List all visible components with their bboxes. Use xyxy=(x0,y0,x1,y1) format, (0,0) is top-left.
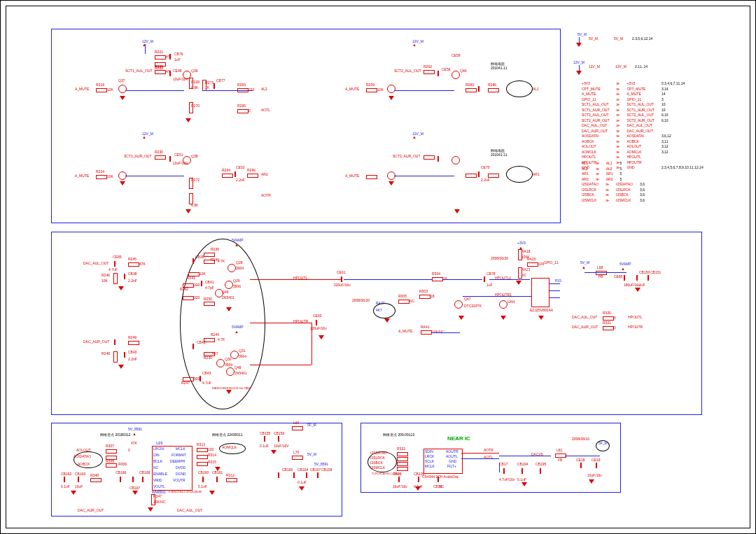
cap-cb40 xyxy=(124,352,125,358)
cap-cb41 xyxy=(201,281,202,286)
gnd-m4 xyxy=(226,390,232,394)
val-ce52: 2.2uF xyxy=(236,178,245,183)
res-r288 xyxy=(488,174,499,178)
res-r304 xyxy=(432,277,443,281)
lbl-r246: R246 xyxy=(102,274,110,278)
cap-ce59 xyxy=(478,86,479,92)
cap-ce48 xyxy=(169,71,171,76)
u-hp-array xyxy=(531,278,550,307)
lbl-cb16: CB16 xyxy=(393,472,402,477)
lbl-ra41: RA41 xyxy=(421,325,430,330)
val-100-bl: 100 xyxy=(208,448,214,452)
pin-lrcin: LRCIN xyxy=(153,447,164,451)
mid-3v3: +3V3 xyxy=(517,241,526,246)
block-top-amps xyxy=(51,29,561,223)
val-18b: 18 xyxy=(430,295,435,299)
res-r287 xyxy=(465,174,477,178)
lbl-r239: R239 xyxy=(211,248,219,252)
mid-5vamp-1: 5VAMP xyxy=(232,239,244,243)
pin-voutl: VOUTL xyxy=(153,485,165,489)
cap-cb160 xyxy=(202,477,204,482)
cap-ce18 xyxy=(580,463,582,468)
res-r303 xyxy=(419,295,430,299)
qt-2n5906b: 2N5401 xyxy=(234,372,247,376)
q40 xyxy=(451,71,460,79)
br-in0: I2SDATAO xyxy=(370,451,387,456)
net-amute-3: A_MUTE xyxy=(345,87,359,92)
gnd-t4 xyxy=(186,209,191,213)
q37 xyxy=(118,85,127,93)
lbl-r303: R303 xyxy=(419,290,428,294)
mid-5vamp-out-ar: ▲ xyxy=(621,267,625,272)
lbl-180u: 180uF/16v xyxy=(624,283,640,288)
br-part: CS4344 2CH AudioDac xyxy=(422,475,458,479)
q42 xyxy=(451,156,460,164)
val-01u-m: 1uF xyxy=(486,283,493,288)
net-amute-m: A_MUTE xyxy=(398,330,412,334)
lbl-ce61: CE61 xyxy=(337,271,346,275)
net-table-2: AL1≫AL15 AL2≫AL25 AR1≫AR15 AR2≫AR25 xyxy=(578,160,618,183)
gnd-bl3b xyxy=(148,507,153,512)
gnd-t7 xyxy=(454,209,460,213)
net-dacaul-r: DAC_AUL_OUT xyxy=(572,316,597,320)
lbl-ce19: CE19 xyxy=(592,458,601,463)
lbl-r320: R320 xyxy=(603,311,611,316)
val-01u-bl: 0.1uF xyxy=(61,485,70,489)
res-r323 xyxy=(397,457,408,461)
net-table-3: I2SDATAO≫I2SDATAO3,6 I2SLRCK≫I2SLRCK3,6 … xyxy=(578,181,638,204)
res-r245 xyxy=(128,262,139,267)
lbl-l69: L69 xyxy=(293,421,299,426)
gnd-bl2 xyxy=(71,491,76,495)
val-fb: FB xyxy=(598,275,603,279)
res-r224 xyxy=(96,175,107,179)
cap-cb195 xyxy=(540,468,541,474)
lbl-r244: R244 xyxy=(211,333,219,337)
gnd-bl6 xyxy=(299,486,304,491)
lbl-cb38: CB38 xyxy=(128,272,137,276)
note-esd1b: 201041.11 xyxy=(491,66,507,71)
mid-5vm-ar: ▲ xyxy=(582,265,586,270)
lbl-r247: R247 xyxy=(181,381,190,386)
net-amute-4: A_MUTE xyxy=(345,174,359,178)
val-1k-a: 1K xyxy=(205,86,209,90)
cap-cb158 xyxy=(317,472,318,478)
gnd-t5 xyxy=(388,96,394,100)
val-47u16: 4.7uF/16v xyxy=(499,478,514,482)
lbl-cb168: CB168 xyxy=(139,471,150,475)
val-320b: 320 xyxy=(194,296,200,300)
pin-voutr: VOUTR xyxy=(173,479,186,483)
net-al2: AL2 xyxy=(261,87,267,92)
val-01u-br2: 0.1uF xyxy=(517,478,526,482)
gnd-bl4 xyxy=(209,491,215,495)
res-r293 xyxy=(237,88,248,92)
res-r263 xyxy=(424,155,435,160)
lbl-ce18: CE18 xyxy=(576,458,585,463)
uan xyxy=(499,300,507,309)
res-r315 xyxy=(197,462,208,466)
res-r248 xyxy=(113,351,118,363)
q41 xyxy=(387,85,396,93)
lbl-fb-br: FB xyxy=(558,458,562,463)
pwr-arrow3: ▲ xyxy=(412,43,416,48)
lbl-ce52: CE52 xyxy=(236,166,245,170)
net-dacaur-r: DAC_AUR_OUT xyxy=(572,325,598,330)
lbl-q40: Q40 xyxy=(460,69,466,73)
bl-5f-m: 5F_M xyxy=(307,423,316,428)
net-table: +3V3≫+3V30.3,4,6,7,11,14 CPT_MUTE≫CPT_MU… xyxy=(578,80,660,171)
val-01u-bl3: 0.1uF xyxy=(260,444,269,449)
res-r230 xyxy=(155,155,166,160)
lbl-ce70: CE70 xyxy=(481,166,490,170)
cap-cb78 xyxy=(484,276,485,282)
cap-cb162 xyxy=(64,477,65,482)
res-r286 xyxy=(488,88,499,92)
br-filt: FILT+ xyxy=(447,465,456,469)
qt-3904b: 3904 xyxy=(225,363,232,367)
toc-5vm-v: 5V_M xyxy=(614,37,623,41)
cap-cb165 xyxy=(278,472,279,478)
qt-3904: 3904 xyxy=(236,267,244,271)
gnd-br1 xyxy=(415,486,421,491)
lbl-cb41: CB41 xyxy=(205,281,214,285)
cap-ce70 xyxy=(478,171,479,177)
bl-aoidatao: AOIDATAO xyxy=(74,455,91,459)
val-10k-3: 10K xyxy=(377,88,384,92)
